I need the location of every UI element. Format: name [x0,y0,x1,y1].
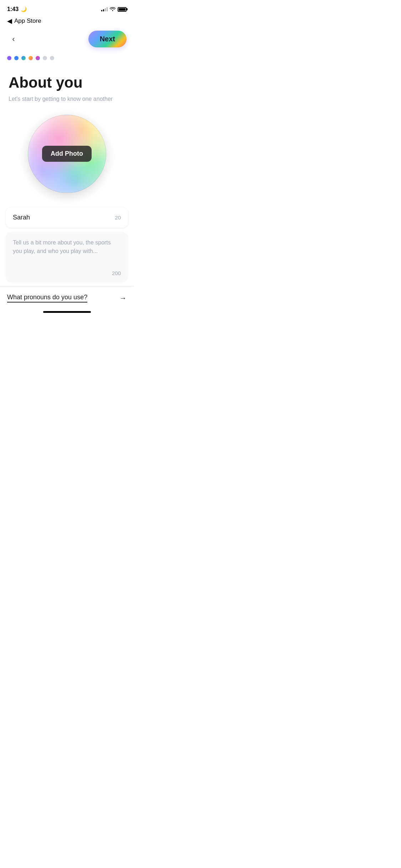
status-left: 1:43 🌙 [7,6,27,12]
pronouns-row[interactable]: What pronouns do you use? → [0,286,134,308]
name-field[interactable]: Sarah [13,214,30,221]
status-bar: 1:43 🌙 [0,0,134,16]
name-char-count: 20 [115,215,121,221]
main-content: About you Let's start by getting to know… [0,67,134,193]
photo-container: Add Photo [9,115,125,193]
progress-dot-6 [43,56,47,60]
signal-bars [101,7,108,11]
add-photo-button[interactable]: Add Photo [42,146,92,162]
bio-char-count: 200 [112,270,121,276]
wifi-icon [110,7,115,12]
pronouns-label: What pronouns do you use? [7,294,87,303]
form-section: Sarah 20 Tell us a bit more about you, t… [0,207,134,282]
progress-dots [0,53,134,67]
progress-dot-3 [21,56,26,60]
page-title: About you [9,74,125,91]
progress-dot-4 [29,56,33,60]
home-indicator [0,308,134,314]
battery-fill [119,8,125,11]
progress-dot-1 [7,56,11,60]
nav-bar: ‹ Next [0,28,134,53]
app-store-back-arrow: ◀ [7,17,12,25]
photo-circle-wrapper[interactable]: Add Photo [28,115,106,193]
status-right [101,7,127,12]
photo-circle[interactable]: Add Photo [28,115,106,193]
app-store-nav[interactable]: ◀ App Store [0,16,134,28]
moon-icon: 🌙 [21,6,27,12]
bio-placeholder: Tell us a bit more about you, the sports… [13,238,121,255]
progress-dot-2 [14,56,19,60]
home-bar [43,311,91,313]
status-time: 1:43 [7,6,19,12]
progress-dot-7 [50,56,54,60]
page-subtitle: Let's start by getting to know one anoth… [9,95,125,103]
bio-input-card[interactable]: Tell us a bit more about you, the sports… [6,232,128,282]
signal-bar-4 [107,7,108,11]
pronouns-arrow: → [119,294,127,302]
next-button[interactable]: Next [88,31,127,47]
name-input-card[interactable]: Sarah 20 [6,207,128,228]
signal-bar-2 [103,9,104,11]
signal-bar-1 [101,10,102,11]
progress-dot-5 [36,56,40,60]
back-button[interactable]: ‹ [7,33,20,46]
app-store-label: App Store [14,17,41,25]
battery-icon [118,7,127,12]
signal-bar-3 [105,8,106,11]
